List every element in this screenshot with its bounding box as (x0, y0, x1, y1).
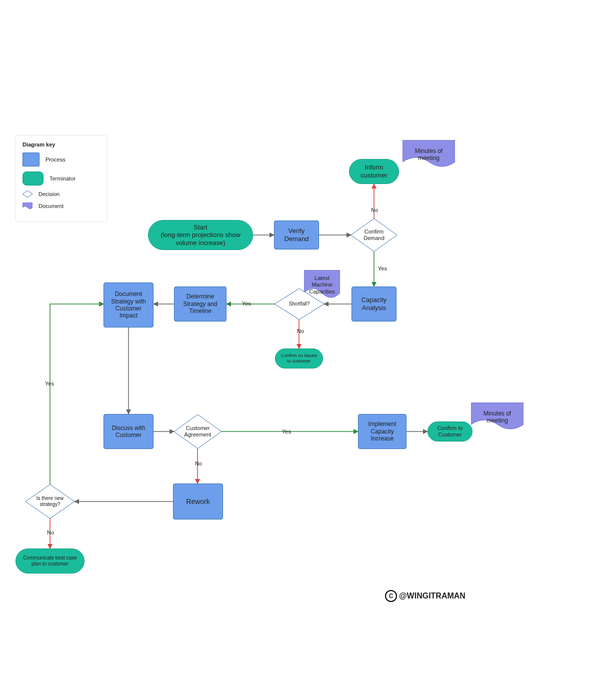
key-label: Decision (38, 191, 60, 197)
decision-confirm-demand: Confirm Demand (351, 218, 397, 252)
watermark-text: @WINGITRAMAN (399, 592, 466, 600)
key-row-decision: Decision (22, 190, 100, 198)
process-capacity-analysis: Capacity Analysis (352, 286, 396, 322)
edge-label-no: No (46, 529, 55, 536)
terminator-best-case: Communicate best case plan to customer (16, 548, 84, 574)
terminator-confirm-no-issues: Confirm no issues to customer (275, 348, 323, 368)
terminator-inform-customer: Inform customer (349, 159, 399, 184)
node-label: Latest Machine Capacities (304, 275, 340, 295)
document-minutes-top: Minutes of meeting (402, 140, 455, 169)
edge-label-no: No (370, 206, 379, 214)
process-implement: Implement Capacity Increase (358, 414, 406, 449)
flowchart-canvas: No Yes No Yes Yes No Yes No Diagram key … (0, 0, 596, 700)
key-row-process: Process (22, 152, 100, 166)
key-row-document: Document (22, 202, 100, 210)
edge-label-no: No (194, 460, 203, 467)
terminator-start: Start (long-term projections show volume… (148, 220, 253, 250)
node-label: Minutes of meeting (471, 410, 524, 424)
node-label: Confirm Demand (351, 228, 397, 242)
node-label: Shortfall? (284, 301, 314, 307)
process-determine-strategy: Determine Strategy and Timeline (174, 286, 226, 322)
svg-marker-15 (22, 190, 32, 198)
decision-new-strategy: Is there new strategy? (26, 484, 74, 518)
key-label: Terminator (50, 176, 76, 182)
key-label: Process (46, 156, 66, 162)
decision-swatch-icon (22, 190, 32, 198)
node-label: Customer Agreement (174, 425, 222, 438)
process-rework: Rework (173, 484, 223, 520)
edge-label-yes: Yes (241, 300, 252, 307)
watermark: C @WINGITRAMAN (385, 590, 466, 602)
key-row-terminator: Terminator (22, 172, 100, 186)
node-label: Is there new strategy? (26, 496, 74, 508)
terminator-swatch-icon (22, 172, 44, 186)
diagram-key-panel: Diagram key Process Terminator Decision … (15, 135, 108, 222)
copyright-icon: C (385, 590, 397, 602)
process-discuss-customer: Discuss with Customer (104, 414, 154, 449)
edge-label-yes: Yes (377, 265, 388, 272)
key-title: Diagram key (22, 142, 100, 148)
process-verify-demand: Verify Demand (274, 220, 319, 250)
document-swatch-icon (22, 202, 32, 210)
edge-label-no: No (296, 328, 305, 334)
edge-label-yes: Yes (44, 380, 55, 387)
process-swatch-icon (22, 152, 40, 166)
node-label: Minutes of meeting (402, 148, 455, 162)
key-label: Document (38, 203, 64, 209)
process-document-strategy: Document Strategy with Customer Impact (104, 282, 154, 328)
document-minutes-bottom: Minutes of meeting (471, 402, 524, 432)
terminator-confirm-to-customer: Confirm to Customer (428, 422, 472, 442)
edge-label-yes: Yes (281, 428, 292, 435)
decision-customer-agreement: Customer Agreement (174, 414, 222, 448)
